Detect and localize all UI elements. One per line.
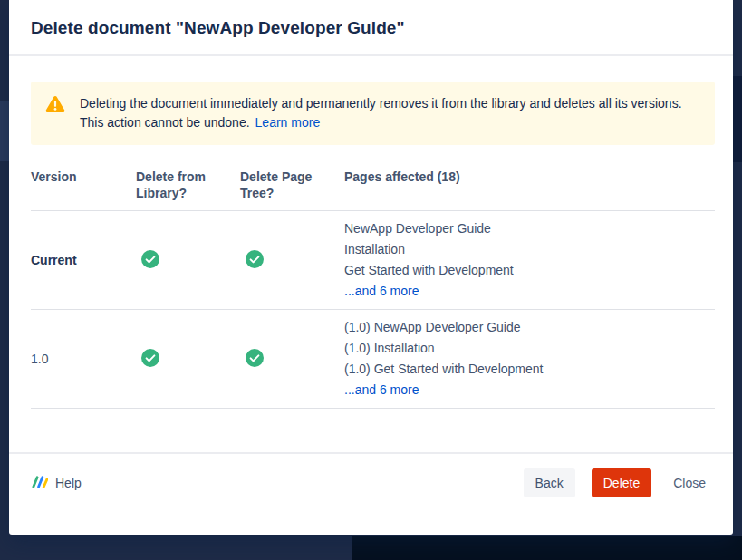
page-item: (1.0) Installation	[344, 338, 715, 359]
modal-footer: Help Back Delete Close	[9, 452, 733, 535]
help-button[interactable]: Help	[31, 475, 82, 492]
versions-table: Version Delete from Library? Delete Page…	[31, 169, 715, 409]
table-header-row: Version Delete from Library? Delete Page…	[31, 169, 715, 211]
pages-affected-list: NewApp Developer Guide Installation Get …	[344, 218, 715, 302]
check-circle-icon	[240, 250, 344, 271]
backdrop-bottom-dark	[352, 536, 742, 560]
backdrop-left-panel	[0, 101, 9, 161]
warning-banner: Deleting the document immediately and pe…	[31, 82, 715, 145]
delete-document-modal: Delete document "NewApp Developer Guide"…	[9, 0, 733, 535]
warning-triangle-icon	[45, 94, 65, 116]
learn-more-link[interactable]: Learn more	[255, 115, 321, 130]
page-item: (1.0) Get Started with Development	[344, 359, 715, 380]
help-logo-icon	[31, 475, 48, 492]
version-label: Current	[31, 253, 136, 267]
back-button[interactable]: Back	[524, 468, 575, 497]
page-item: Installation	[344, 239, 715, 260]
delete-button[interactable]: Delete	[592, 468, 651, 497]
modal-body: Deleting the document immediately and pe…	[9, 56, 733, 409]
and-more-link[interactable]: ...and 6 more	[344, 281, 419, 302]
warning-message: Deleting the document immediately and pe…	[80, 96, 682, 130]
version-label: 1.0	[31, 352, 136, 366]
check-circle-icon	[136, 349, 240, 370]
footer-actions: Back Delete Close	[524, 468, 711, 497]
modal-header: Delete document "NewApp Developer Guide"	[9, 0, 733, 56]
page-item: NewApp Developer Guide	[344, 218, 715, 239]
help-label: Help	[55, 476, 82, 490]
page-item: Get Started with Development	[344, 260, 715, 281]
pages-affected-list: (1.0) NewApp Developer Guide (1.0) Insta…	[344, 317, 715, 401]
col-header-delete-from-library: Delete from Library?	[136, 169, 240, 201]
check-circle-icon	[240, 349, 344, 370]
table-row: 1.0 (1.0) NewApp Developer Guide (1.0)	[31, 310, 715, 409]
col-header-version: Version	[31, 169, 136, 201]
close-button[interactable]: Close	[668, 468, 711, 497]
table-row: Current NewApp Developer Guide Installa	[31, 211, 715, 310]
modal-title: Delete document "NewApp Developer Guide"	[31, 18, 711, 38]
col-header-delete-page-tree: Delete Page Tree?	[240, 169, 344, 201]
and-more-link[interactable]: ...and 6 more	[344, 380, 419, 401]
page-item: (1.0) NewApp Developer Guide	[344, 317, 715, 338]
warning-text: Deleting the document immediately and pe…	[80, 94, 700, 132]
check-circle-icon	[136, 250, 240, 271]
col-header-pages-affected: Pages affected (18)	[344, 169, 715, 201]
